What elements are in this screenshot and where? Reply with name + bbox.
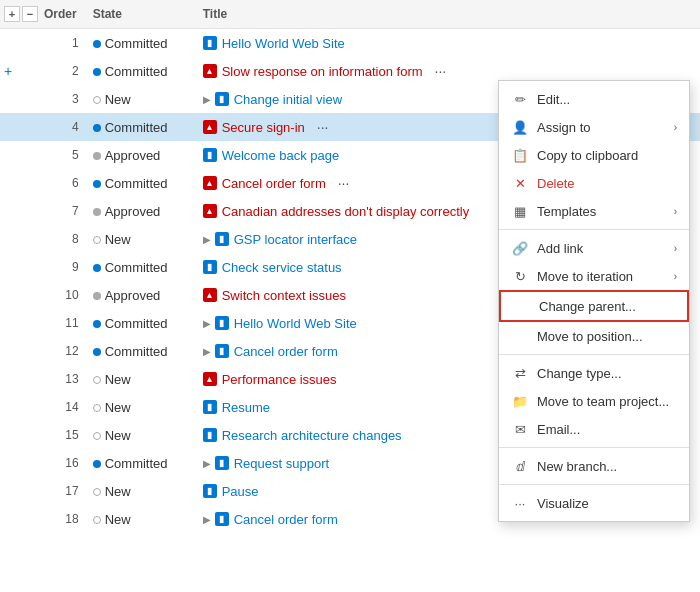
menu-label-newbranch: New branch...: [537, 459, 677, 474]
order-cell: +2: [0, 57, 85, 85]
order-cell: 17: [0, 477, 85, 505]
menu-label-moveposition: Move to position...: [537, 329, 677, 344]
bug-icon: ▴: [203, 372, 217, 386]
work-item-title[interactable]: Cancel order form: [234, 344, 338, 359]
row-actions-btn[interactable]: ···: [313, 119, 333, 135]
work-item-title[interactable]: Change initial view: [234, 92, 342, 107]
table-row[interactable]: 1Committed▮Hello World Web Site: [0, 29, 700, 58]
menu-item-changeparent[interactable]: Change parent...: [499, 290, 689, 322]
work-item-title[interactable]: Research architecture changes: [222, 428, 402, 443]
order-cell: 6: [0, 169, 85, 197]
menu-item-addlink[interactable]: 🔗Add link›: [499, 234, 689, 262]
menu-item-newbranch[interactable]: ⅆNew branch...: [499, 452, 689, 480]
order-cell: 13: [0, 365, 85, 393]
state-dot-new: [93, 516, 101, 524]
work-item-title[interactable]: Resume: [222, 400, 270, 415]
work-item-title[interactable]: Canadian addresses don't display correct…: [222, 204, 469, 219]
bug-icon: ▴: [203, 288, 217, 302]
story-icon: ▮: [215, 92, 229, 106]
menu-icon-movetoteam: 📁: [511, 392, 529, 410]
menu-separator: [499, 484, 689, 485]
work-item-title[interactable]: Cancel order form: [234, 512, 338, 527]
menu-item-visualize[interactable]: ···Visualize: [499, 489, 689, 517]
state-cell: New: [85, 225, 195, 253]
work-item-title[interactable]: Performance issues: [222, 372, 337, 387]
work-item-title[interactable]: Pause: [222, 484, 259, 499]
expand-chevron-icon[interactable]: ▶: [203, 234, 211, 245]
menu-label-addlink: Add link: [537, 241, 674, 256]
state-cell: Committed: [85, 309, 195, 337]
expand-chevron-icon[interactable]: ▶: [203, 94, 211, 105]
order-cell: 3: [0, 85, 85, 113]
menu-item-templates[interactable]: ▦Templates›: [499, 197, 689, 225]
work-item-title[interactable]: Hello World Web Site: [234, 316, 357, 331]
menu-icon-changetype: ⇄: [511, 364, 529, 382]
work-item-title[interactable]: Hello World Web Site: [222, 36, 345, 51]
expand-chevron-icon[interactable]: ▶: [203, 514, 211, 525]
menu-item-movetoteam[interactable]: 📁Move to team project...: [499, 387, 689, 415]
expand-chevron-icon[interactable]: ▶: [203, 318, 211, 329]
state-label: New: [105, 484, 131, 499]
expand-all-btn[interactable]: +: [4, 6, 20, 22]
state-label: New: [105, 400, 131, 415]
row-actions-btn[interactable]: ···: [431, 63, 451, 79]
menu-separator: [499, 229, 689, 230]
state-label: Approved: [105, 148, 161, 163]
story-icon: ▮: [215, 456, 229, 470]
state-cell: New: [85, 477, 195, 505]
expand-chevron-icon[interactable]: ▶: [203, 458, 211, 469]
state-cell: Committed: [85, 337, 195, 365]
state-label: Committed: [105, 36, 168, 51]
work-item-title[interactable]: Cancel order form: [222, 176, 326, 191]
work-item-title[interactable]: Slow response on information form: [222, 64, 423, 79]
menu-separator: [499, 447, 689, 448]
menu-label-edit: Edit...: [537, 92, 677, 107]
state-label: New: [105, 92, 131, 107]
menu-icon-edit: ✏: [511, 90, 529, 108]
collapse-all-btn[interactable]: −: [22, 6, 38, 22]
menu-item-edit[interactable]: ✏Edit...: [499, 85, 689, 113]
state-dot-committed: [93, 460, 101, 468]
order-cell: 1: [0, 29, 85, 58]
state-cell: Committed: [85, 449, 195, 477]
work-item-title[interactable]: Welcome back page: [222, 148, 340, 163]
menu-item-assign[interactable]: 👤Assign to›: [499, 113, 689, 141]
work-item-title[interactable]: Switch context issues: [222, 288, 346, 303]
menu-icon-assign: 👤: [511, 118, 529, 136]
menu-item-moveiteration[interactable]: ↻Move to iteration›: [499, 262, 689, 290]
submenu-arrow-templates: ›: [674, 206, 677, 217]
state-cell: Committed: [85, 57, 195, 85]
order-cell: 11: [0, 309, 85, 337]
state-cell: Approved: [85, 281, 195, 309]
expand-collapse-header[interactable]: + − Order: [4, 6, 77, 22]
bug-icon: ▴: [203, 176, 217, 190]
menu-item-email[interactable]: ✉Email...: [499, 415, 689, 443]
work-item-title[interactable]: GSP locator interface: [234, 232, 357, 247]
state-cell: New: [85, 421, 195, 449]
menu-icon-templates: ▦: [511, 202, 529, 220]
order-cell: 5: [0, 141, 85, 169]
menu-item-delete[interactable]: ✕Delete: [499, 169, 689, 197]
state-cell: New: [85, 505, 195, 533]
menu-label-templates: Templates: [537, 204, 674, 219]
context-menu: ✏Edit...👤Assign to›📋Copy to clipboard✕De…: [498, 80, 690, 522]
state-cell: Committed: [85, 253, 195, 281]
add-child-btn[interactable]: +: [2, 63, 14, 79]
state-dot-new: [93, 404, 101, 412]
menu-icon-visualize: ···: [511, 494, 529, 512]
menu-item-copy[interactable]: 📋Copy to clipboard: [499, 141, 689, 169]
work-item-title[interactable]: Secure sign-in: [222, 120, 305, 135]
menu-item-changetype[interactable]: ⇄Change type...: [499, 359, 689, 387]
order-cell: 9: [0, 253, 85, 281]
expand-chevron-icon[interactable]: ▶: [203, 346, 211, 357]
order-cell: 4: [0, 113, 85, 141]
menu-label-movetoteam: Move to team project...: [537, 394, 677, 409]
order-cell: 18: [0, 505, 85, 533]
work-item-title[interactable]: Request support: [234, 456, 329, 471]
state-dot-committed: [93, 264, 101, 272]
bug-icon: ▴: [203, 120, 217, 134]
row-actions-btn[interactable]: ···: [334, 175, 354, 191]
menu-item-moveposition[interactable]: Move to position...: [499, 322, 689, 350]
work-item-title[interactable]: Check service status: [222, 260, 342, 275]
state-label: New: [105, 512, 131, 527]
